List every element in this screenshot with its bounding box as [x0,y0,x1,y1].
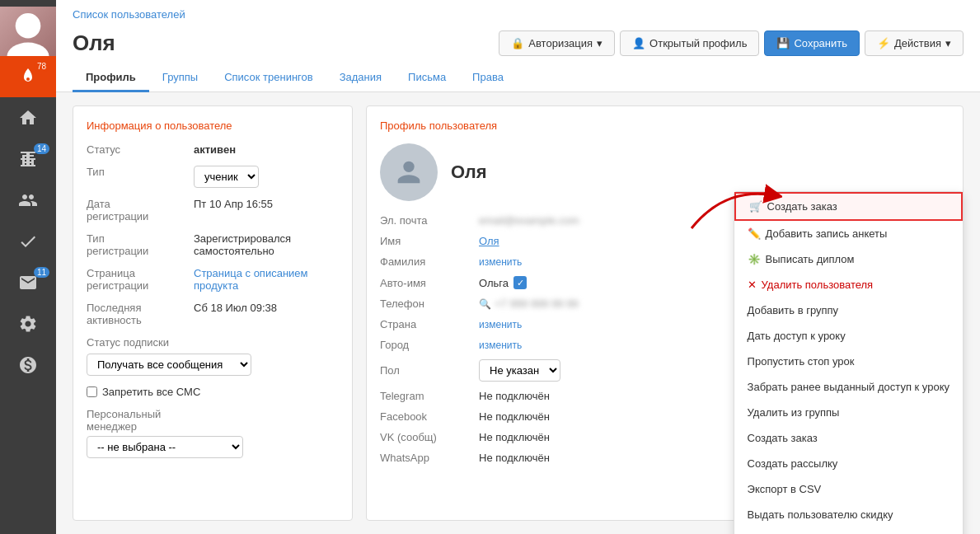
sms-checkbox-row[interactable]: Запретить все СМС [87,386,339,398]
info-regpage-value[interactable]: Страница с описанием продукта [194,267,339,292]
svg-point-1 [7,43,49,56]
autoname-text: Ольга [479,277,509,289]
info-regtype-value: Зарегистрировался самостоятельно [194,232,339,257]
save-label: Сохранить [794,37,847,49]
manager-row: Персональный менеджер -- не выбрана -- [87,408,339,458]
profile-city-label: Город [380,339,479,351]
sidebar-user-avatar [0,7,56,56]
profile-name-label: Имя [380,235,479,247]
top-bar: Список пользователей Оля 🔒 Авторизация ▾… [56,0,980,92]
info-regdate-row: Датарегистрации Пт 10 Апр 16:55 [87,198,339,222]
open-profile-button[interactable]: 👤 Открытый профиль [620,30,759,56]
dropdown-item-skip-stop[interactable]: Пропустить стоп урок [734,349,963,374]
dropdown-item-label: Пропустить стоп урок [748,355,855,368]
svg-point-0 [16,13,41,39]
dropdown-item-create-order-highlighted[interactable]: 🛒 Создать заказ [734,192,963,221]
info-status-value: активен [194,143,236,156]
profile-country-label: Страна [380,318,479,330]
tab-rights[interactable]: Права [459,64,517,92]
sidebar-mail-icon[interactable]: 11 [0,262,56,303]
info-type-value[interactable]: ученик [194,166,259,188]
actions-button[interactable]: ⚡ Действия ▾ [865,30,964,56]
dropdown-item-give-access[interactable]: Дать доступ к уроку [734,323,963,349]
regpage-link[interactable]: Страница с описанием продукта [194,267,308,292]
dropdown-item-label: Забрать ранее выданный доступ к уроку [748,381,950,393]
header-actions: 🔒 Авторизация ▾ 👤 Открытый профиль 💾 Сох… [499,30,964,56]
profile-surname-label: Фамилия [380,255,479,268]
delete-icon: ✕ [748,279,757,291]
autoname-checkbox[interactable]: ✓ [513,276,527,289]
actions-label: Действия [894,37,941,49]
profile-country-value[interactable]: изменить [479,318,522,330]
tab-tasks[interactable]: Задания [326,64,395,92]
auth-chevron-icon: ▾ [597,37,603,49]
profile-telegram-value: Не подключён [479,390,550,402]
sidebar-home-icon[interactable] [0,97,56,138]
dropdown-item-add-form[interactable]: ✏️ Добавить запись анкеты [734,221,963,246]
city-change-link[interactable]: изменить [479,340,522,351]
profile-username: Оля [451,162,487,183]
chart-badge: 14 [34,143,49,154]
dropdown-item-delete-user[interactable]: ✕ Удалить пользователя [734,272,963,297]
profile-gender-label: Пол [380,364,479,377]
subscription-select-wrapper[interactable]: Получать все сообщения [87,354,251,376]
dropdown-item-send-mailing[interactable]: Отправить письмо по рассылке [734,527,963,534]
dropdown-item-add-group[interactable]: Добавить в группу [734,297,963,323]
sidebar-users-icon[interactable] [0,180,56,221]
actions-chevron-icon: ▾ [945,37,951,49]
profile-panel-title: Профиль пользователя [380,119,950,132]
profile-phone-label: Телефон [380,297,479,310]
dropdown-item-revoke-access[interactable]: Забрать ранее выданный доступ к уроку [734,374,963,400]
country-change-link[interactable]: изменить [479,319,522,330]
dropdown-item-give-discount[interactable]: Выдать пользователю скидку [734,502,963,527]
save-button[interactable]: 💾 Сохранить [764,30,860,56]
open-profile-label: Открытый профиль [649,37,747,49]
tab-groups[interactable]: Группы [149,64,211,92]
dropdown-item-create-order2[interactable]: Создать заказ [734,425,963,451]
dropdown-item-export-csv[interactable]: Экспорт в CSV [734,476,963,502]
profile-name-value[interactable]: Оля [479,235,499,247]
info-regdate-value: Пт 10 Апр 16:55 [194,198,273,210]
gender-select[interactable]: Не указан Мужской Женский [479,359,560,382]
sidebar: 78 14 11 [0,0,56,534]
tab-trainings[interactable]: Список тренингов [211,64,326,92]
sidebar-currency-icon[interactable] [0,344,56,386]
sidebar-rocket-icon[interactable]: 78 [0,56,56,97]
sidebar-chart-icon[interactable]: 14 [0,138,56,180]
profile-email-value: email@example.com [479,214,579,227]
profile-facebook-label: Facebook [380,410,479,423]
dropdown-item-label: Выписать диплом [766,253,855,265]
name-link[interactable]: Оля [479,235,499,247]
sms-checkbox[interactable] [87,386,97,397]
info-subscription-label: Статус подписки [87,336,194,349]
dropdown-item-label: Дать доступ к уроку [748,330,846,342]
subscription-select[interactable]: Получать все сообщения [87,354,251,376]
main-content: Список пользователей Оля 🔒 Авторизация ▾… [56,0,980,534]
profile-surname-value[interactable]: изменить [479,255,522,268]
breadcrumb[interactable]: Список пользователей [73,0,964,26]
edit-icon: ✏️ [748,227,761,240]
info-activity-row: Последняя активность Сб 18 Июл 09:38 [87,302,339,326]
surname-change-link[interactable]: изменить [479,256,522,268]
manager-select[interactable]: -- не выбрана -- [87,436,243,458]
dropdown-item-label: Экспорт в CSV [748,483,822,495]
auth-button[interactable]: 🔒 Авторизация ▾ [499,30,615,56]
profile-city-value[interactable]: изменить [479,339,522,351]
info-regtype-label: Типрегистрации [87,232,194,257]
profile-gender-value[interactable]: Не указан Мужской Женский [479,359,560,382]
sidebar-check-icon[interactable] [0,221,56,262]
profile-email-label: Эл. почта [380,214,479,227]
tab-letters[interactable]: Письма [395,64,459,92]
info-type-label: Тип [87,166,194,178]
type-select[interactable]: ученик [194,166,259,188]
info-status-row: Статус активен [87,143,339,156]
dropdown-item-remove-group[interactable]: Удалить из группы [734,400,963,425]
info-status-label: Статус [87,143,194,156]
sidebar-settings-icon[interactable] [0,303,56,344]
tab-profile[interactable]: Профиль [73,64,149,92]
dropdown-item-label: Добавить в группу [748,304,839,316]
profile-vk-label: VK (сообщ) [380,431,479,443]
dropdown-item-diploma[interactable]: ✳️ Выписать диплом [734,246,963,272]
dropdown-item-create-mailing[interactable]: Создать рассылку [734,451,963,476]
info-panel: Информация о пользователе Статус активен… [73,105,353,521]
